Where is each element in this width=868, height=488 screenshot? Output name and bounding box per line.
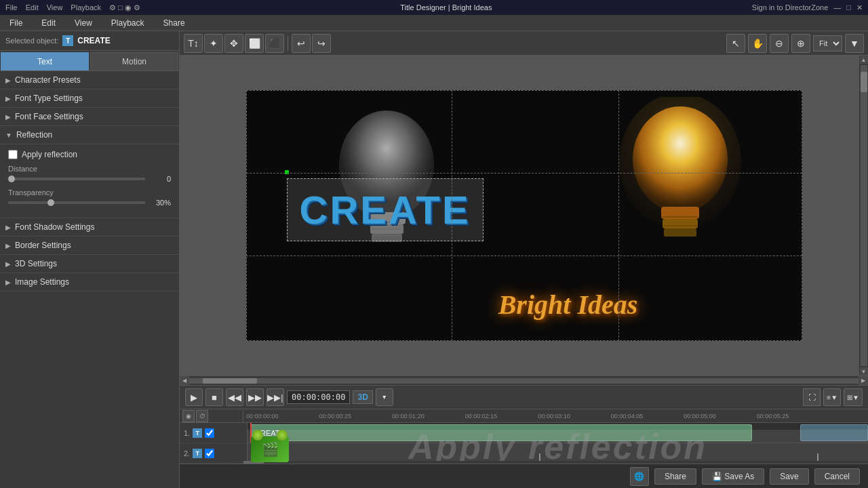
- save-as-btn[interactable]: 💾 Save As: [702, 468, 764, 485]
- next-frame-btn[interactable]: ▶▶: [246, 388, 264, 406]
- h-scroll-right[interactable]: ▶: [859, 376, 868, 386]
- menu-file[interactable]: File: [5, 17, 26, 29]
- distance-value: 0: [151, 175, 171, 183]
- ruler-mark: 00:00:05:25: [757, 413, 789, 420]
- ruler-mark: 00:00:00:00: [246, 413, 279, 420]
- tab-motion[interactable]: Motion: [90, 52, 178, 70]
- scroll-down-btn[interactable]: ▼: [860, 367, 868, 375]
- move-tool-btn[interactable]: ✥: [224, 34, 243, 53]
- scroll-up-btn[interactable]: ▲: [860, 56, 868, 64]
- h-scroll-left[interactable]: ◀: [180, 376, 189, 386]
- ruler-mark: 00:00:05:00: [684, 413, 716, 420]
- prev-frame-btn[interactable]: ◀◀: [226, 388, 243, 406]
- track-content-1[interactable]: CREATE: [248, 423, 868, 443]
- transparency-value: 30%: [151, 199, 171, 207]
- track-label-2: 2. T: [180, 443, 248, 463]
- undo-btn[interactable]: ↩: [292, 34, 311, 53]
- timeline-scrollbar-h[interactable]: [243, 461, 868, 464]
- section-font-shadow[interactable]: ▶ Font Shadow Settings: [0, 218, 179, 237]
- transparency-slider[interactable]: [8, 201, 145, 204]
- selection-handle[interactable]: [285, 170, 289, 174]
- tb-file[interactable]: File: [5, 3, 18, 12]
- distance-slider[interactable]: [8, 178, 145, 180]
- tab-text[interactable]: Text: [1, 52, 89, 70]
- ruler-icon[interactable]: ⏱: [196, 410, 208, 422]
- timeline-view-btn[interactable]: ≡▼: [823, 388, 841, 406]
- share-btn[interactable]: Share: [654, 468, 696, 485]
- stop-btn[interactable]: ■: [205, 388, 223, 406]
- camera-icon[interactable]: ◉: [182, 410, 195, 422]
- play-btn[interactable]: ▶: [185, 388, 203, 406]
- track-check-1[interactable]: [205, 428, 214, 438]
- 3d-toggle[interactable]: 3D: [353, 390, 372, 404]
- section-border[interactable]: ▶ Border Settings: [0, 237, 179, 255]
- bright-ideas-text[interactable]: Bright Ideas: [355, 289, 782, 321]
- apply-reflection-label[interactable]: Apply reflection: [22, 150, 77, 159]
- arrow-icon: ▶: [5, 224, 11, 231]
- timeline-zoom-btn[interactable]: ⊞▼: [844, 388, 863, 406]
- pan-tool-btn[interactable]: ✋: [748, 34, 767, 53]
- menu-playback[interactable]: Playback: [107, 17, 149, 29]
- h-scroll-thumb[interactable]: [203, 378, 257, 384]
- green-circle-2: [277, 430, 288, 441]
- tb-playback[interactable]: Playback: [71, 3, 101, 12]
- ruler-mark: 00:00:00:25: [319, 413, 352, 420]
- section-3d[interactable]: ▶ 3D Settings: [0, 255, 179, 273]
- track-check-2[interactable]: [205, 449, 214, 458]
- apply-reflection-checkbox[interactable]: [8, 150, 18, 159]
- section-image[interactable]: ▶ Image Settings: [0, 273, 179, 291]
- arrow-icon: ▶: [5, 113, 11, 121]
- sign-in-link[interactable]: Sign in to DirectorZone: [752, 3, 829, 12]
- track-clip-end-1[interactable]: [800, 424, 868, 441]
- timeline-controls: ▶ ■ ◀◀ ▶▶ ▶▶| 00:00:00:00 3D ▼ ⛶ ≡▼ ⊞▼: [180, 385, 868, 409]
- timecode-display: 00:00:00:00: [287, 390, 350, 404]
- track-num-1: 1.: [184, 429, 190, 437]
- main-layout: Selected object: T CREATE Text Motion ▶ …: [0, 31, 868, 488]
- scroll-thumb[interactable]: [861, 72, 867, 92]
- section-title: Font Shadow Settings: [15, 222, 94, 232]
- section-title: Border Settings: [15, 241, 71, 250]
- cancel-btn[interactable]: Cancel: [814, 468, 860, 485]
- tb-view[interactable]: View: [47, 3, 63, 12]
- section-font-type[interactable]: ▶ Font Type Settings: [0, 89, 179, 108]
- crop-tool-btn[interactable]: ⬜: [245, 34, 264, 53]
- menu-edit[interactable]: Edit: [37, 17, 60, 29]
- selected-object-label: Selected object:: [5, 37, 58, 45]
- zoom-in-btn[interactable]: ⊕: [791, 34, 810, 53]
- section-font-face[interactable]: ▶ Font Face Settings: [0, 108, 179, 126]
- section-character-presets[interactable]: ▶ Character Presets: [0, 71, 179, 89]
- distance-row: Distance 0: [8, 165, 171, 183]
- fast-forward-btn[interactable]: ▶▶|: [267, 388, 284, 406]
- minimize-btn[interactable]: —: [833, 3, 841, 12]
- zoom-select[interactable]: Fit: [813, 35, 842, 52]
- redo-btn[interactable]: ↪: [312, 34, 331, 53]
- camera-body-icon: 🎬: [262, 441, 279, 458]
- timeline-ruler-row: ◉ ⏱ 00:00:00:00 00:00:00:25 00:00:01:20 …: [180, 409, 868, 423]
- title-bar: File Edit View Playback ⚙ □ ◉ ⚙ Title De…: [0, 0, 868, 15]
- timeline: ◉ ⏱ 00:00:00:00 00:00:00:25 00:00:01:20 …: [180, 409, 868, 464]
- track-clip-1[interactable]: CREATE: [250, 424, 752, 441]
- maximize-btn[interactable]: □: [846, 3, 851, 12]
- tb-edit[interactable]: Edit: [26, 3, 39, 12]
- menu-view[interactable]: View: [71, 17, 96, 29]
- menu-share[interactable]: Share: [159, 17, 189, 29]
- fullscreen-btn[interactable]: ⛶: [803, 388, 821, 406]
- close-btn[interactable]: ✕: [856, 3, 863, 12]
- select-tool-btn[interactable]: ✦: [204, 34, 223, 53]
- vertical-scrollbar[interactable]: ▲ ▼: [859, 56, 868, 375]
- dropdown-arrow[interactable]: ▼: [845, 34, 864, 53]
- globe-btn[interactable]: 🌐: [630, 467, 649, 486]
- title-bar-right: Sign in to DirectorZone — □ ✕: [752, 3, 863, 12]
- save-btn[interactable]: Save: [770, 468, 808, 485]
- create-text-box[interactable]: CREATE: [287, 178, 484, 241]
- text-tool-btn[interactable]: T↕: [184, 34, 203, 53]
- menu-bar: File Edit View Playback Share: [0, 15, 868, 31]
- track-content-2[interactable]: [248, 443, 868, 463]
- section-reflection[interactable]: ▼ Reflection: [0, 126, 179, 144]
- cursor-tool-btn[interactable]: ↖: [726, 34, 745, 53]
- zoom-out-btn[interactable]: ⊖: [770, 34, 789, 53]
- canvas-h-scrollbar[interactable]: ◀ ▶: [180, 375, 868, 385]
- 3d-dropdown[interactable]: ▼: [376, 388, 393, 406]
- delete-tool-btn[interactable]: ⬛: [265, 34, 284, 53]
- video-editor-icon: 🎬: [251, 434, 289, 462]
